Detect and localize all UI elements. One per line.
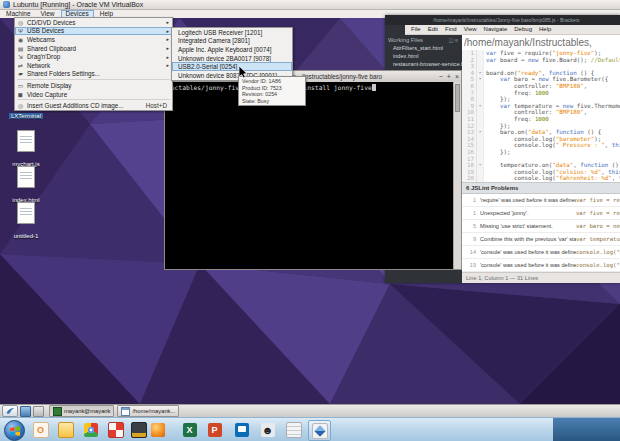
line-number: 5 — [462, 76, 477, 83]
lint-problem-row[interactable]: 19'console' was used before it was defin… — [462, 259, 620, 272]
headset-icon[interactable]: ☻ — [257, 420, 278, 439]
editor-menu-edit[interactable]: Edit — [428, 25, 438, 34]
task-label: /home/mayank... — [132, 406, 175, 416]
menu-item-label: Shared Folders Settings... — [27, 70, 169, 77]
desktop-icon-index-html[interactable]: index.html — [5, 166, 47, 206]
lint-code-snippet: console.log("celsius: % — [576, 259, 620, 271]
lubuntu-bird-icon — [6, 407, 15, 415]
editor-menu-debug[interactable]: Debug — [514, 25, 532, 34]
menu-item-label: Remote Display — [27, 82, 169, 89]
office-grid-icon[interactable] — [105, 420, 126, 439]
close-button[interactable]: × — [455, 71, 459, 82]
usb-device-item[interactable]: Integrated Camera [2801] — [172, 37, 292, 46]
menu-item-video-capture[interactable]: ◼Video Capture — [15, 90, 172, 99]
show-desktop-icon[interactable] — [33, 406, 44, 417]
outlook-icon[interactable]: O — [30, 420, 51, 439]
line-number: 4 — [462, 70, 477, 77]
lint-problem-row[interactable]: 9Combine this with the previous 'var' st… — [462, 233, 620, 246]
lync-icon[interactable] — [231, 420, 252, 439]
menu-item-network[interactable]: ⇄Network▸ — [15, 61, 172, 70]
usb-icon: Ψ — [17, 28, 24, 34]
menu-item-shared-folders-settings[interactable]: ▰Shared Folders Settings... — [15, 70, 172, 79]
line-number: 12 — [462, 123, 477, 130]
desktop-icon-label: untitled-1 — [12, 233, 41, 239]
package-icon[interactable] — [128, 420, 149, 439]
usb-device-label: Integrated Camera [2801] — [178, 37, 289, 44]
taskbar-task-terminal[interactable]: mayank@mayank — [49, 405, 114, 417]
editor-menu-navigate[interactable]: Navigate — [484, 25, 508, 34]
code-line: 7 freq: 1000 — [462, 90, 620, 97]
folder-icon[interactable] — [55, 420, 76, 439]
line-number: 9 — [462, 103, 477, 110]
taskbar-end-block[interactable] — [553, 418, 620, 441]
dragdrop-icon: ⇲ — [17, 53, 24, 60]
lint-problem-row[interactable]: 1'require' was used before it was define… — [462, 194, 620, 207]
editor-menu-find[interactable]: Find — [445, 25, 457, 34]
lint-message: Missing 'use strict' statement. — [480, 220, 576, 232]
menu-item-label: Webcams — [27, 36, 163, 43]
editor-menu-help[interactable]: Help — [539, 25, 551, 34]
gear-icon[interactable]: ≡ — [455, 37, 459, 43]
editor-titlebar[interactable]: /home/mayank/Instructables/Jonny-five ba… — [385, 15, 620, 25]
start-orb[interactable] — [4, 420, 25, 441]
file-icon — [17, 166, 35, 188]
powerpoint-icon[interactable]: P — [204, 420, 225, 439]
line-number: 2 — [462, 57, 477, 64]
usb-device-item[interactable]: Unknown device 2BA0017 [9078] — [172, 54, 292, 63]
virtualbox-icon[interactable] — [308, 420, 331, 441]
menu-item-drag-n-drop[interactable]: ⇲Drag'n'Drop▸ — [15, 52, 172, 61]
editor-menu-file[interactable]: File — [411, 25, 421, 34]
terminal-body[interactable]: ructables/jonny-five baro$ sudo npm inst… — [165, 82, 454, 269]
menu-item-webcams[interactable]: ◉Webcams▸ — [15, 35, 172, 44]
usb-device-item[interactable]: Apple Inc. Apple Keyboard [0074] — [172, 45, 292, 54]
minimize-button[interactable]: − — [439, 71, 443, 82]
desktop-icon-label: LXTerminal — [9, 113, 43, 119]
code-area[interactable]: 1var five = require("jonny-five");2var b… — [462, 50, 620, 182]
menu-item-insert-guest-additions-cd-image[interactable]: ◎Insert Guest Additions CD image...Host+… — [15, 101, 172, 110]
desktop-icon-untitled-1[interactable]: untitled-1 — [5, 202, 47, 242]
file-icon — [17, 130, 35, 152]
lint-problem-row[interactable]: 14'console' was used before it was defin… — [462, 246, 620, 259]
usb-device-item[interactable]: Logitech USB Receiver [1201] — [172, 28, 292, 37]
lint-panel-header[interactable]: 6 JSLint Problems — [462, 182, 620, 194]
usb-device-label: Apple Inc. Apple Keyboard [0074] — [178, 46, 289, 53]
menu-item-usb-devices[interactable]: ΨUSB Devices▸ — [15, 27, 172, 36]
menu-item-cd-dvd-devices[interactable]: ◎CD/DVD Devices▸ — [15, 18, 172, 27]
firefox-icon[interactable] — [147, 420, 168, 439]
terminal-scrollbar[interactable] — [453, 82, 461, 269]
maximize-button[interactable]: + — [447, 71, 451, 82]
menu-item-remote-display[interactable]: ▭Remote Display — [15, 81, 172, 90]
lubuntu-start-button[interactable] — [2, 405, 18, 417]
vbox-titlebar[interactable]: Lubuntu [Running] - Oracle VM VirtualBox — [0, 0, 620, 10]
lint-problem-row[interactable]: 5Missing 'use strict' statement.var baro… — [462, 220, 620, 233]
working-file-item[interactable]: AttrFilters_start.html — [385, 44, 462, 52]
menu-separator — [17, 99, 170, 100]
desktop-icon-mychart-js[interactable]: mychart.js — [5, 130, 47, 170]
task-label: mayank@mayank — [64, 406, 110, 416]
taskbar-task-window[interactable]: /home/mayank... — [117, 405, 179, 417]
notes-icon[interactable] — [283, 420, 304, 439]
code-line: 6 controller: "BMP180", — [462, 83, 620, 90]
window-task-icon — [121, 407, 130, 416]
lint-code-snippet: var five = require("jon — [576, 194, 620, 206]
gutter-spacer — [477, 142, 484, 149]
menu-item-shared-clipboard[interactable]: ▤Shared Clipboard▸ — [15, 44, 172, 53]
menu-item-label: USB Devices — [27, 27, 163, 34]
fold-arrow-icon: ▾ — [477, 76, 484, 83]
chrome-icon[interactable] — [80, 420, 101, 439]
editor-menu-view[interactable]: View — [464, 25, 477, 34]
working-file-item[interactable]: restaurant-browser-service.html — [385, 60, 462, 68]
menu-item-label: Drag'n'Drop — [27, 53, 163, 60]
menu-item-label: Insert Guest Additions CD image... — [27, 102, 143, 109]
excel-icon[interactable]: X — [179, 420, 200, 439]
fold-arrow-icon: ▾ — [477, 162, 484, 169]
file-manager-icon[interactable] — [20, 406, 31, 417]
line-number: 3 — [462, 63, 477, 70]
usb-device-item[interactable]: USB2.0-Serial [0254] — [172, 62, 292, 71]
lint-message: 'require' was used before it was defined… — [480, 194, 576, 206]
lint-problem-row[interactable]: 1Unexpected 'jonny'.var five = require("… — [462, 207, 620, 220]
windows-flag-icon — [10, 426, 20, 436]
cd-icon: ◎ — [17, 102, 24, 109]
working-file-item[interactable]: index.html — [385, 52, 462, 60]
line-number: 1 — [462, 50, 477, 57]
